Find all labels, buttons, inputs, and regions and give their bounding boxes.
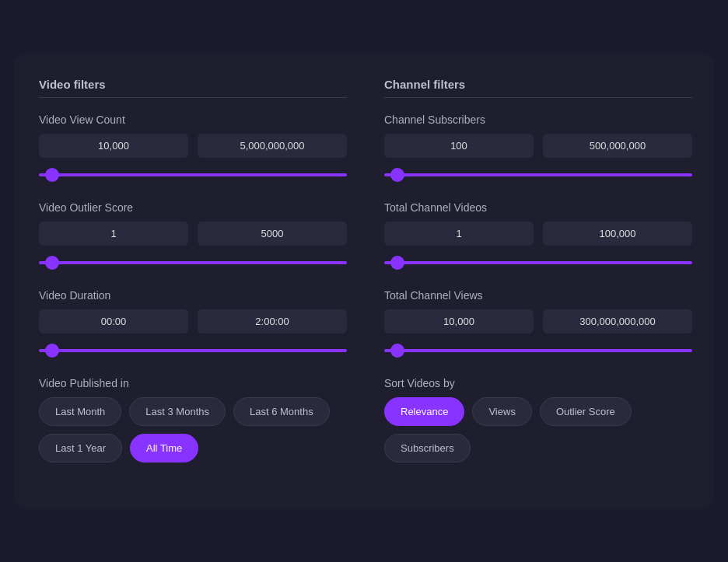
channel-filters-divider [384,97,692,98]
total-channel-videos-inputs [384,222,692,246]
sort-videos-by-label: Sort Videos by [384,377,692,389]
video-duration-slider[interactable] [39,349,347,352]
channel-subscribers-group: Channel Subscribers [384,113,692,180]
btn-last-3-months[interactable]: Last 3 Months [129,397,226,426]
filter-panel: Video filters Video View Count Video Out… [14,53,714,509]
video-outlier-score-group: Video Outlier Score [39,201,347,267]
video-view-count-max[interactable] [198,134,347,158]
video-duration-label: Video Duration [39,289,347,302]
total-channel-videos-slider[interactable] [384,261,692,264]
channel-subscribers-label: Channel Subscribers [384,113,692,126]
btn-outlier-score[interactable]: Outlier Score [540,397,632,426]
btn-last-month[interactable]: Last Month [39,397,121,426]
btn-views[interactable]: Views [472,397,531,426]
video-duration-min[interactable] [39,309,188,333]
video-published-in-group: Video Published in Last Month Last 3 Mon… [39,377,347,463]
total-channel-views-max[interactable] [543,309,692,333]
btn-all-time[interactable]: All Time [130,434,198,463]
sort-by-buttons: Relevance Views Outlier Score Subscriber… [384,397,692,463]
video-view-count-min[interactable] [39,134,188,158]
channel-filters-column: Channel filters Channel Subscribers Tota… [384,78,692,484]
video-view-count-group: Video View Count [39,113,347,180]
btn-last-6-months[interactable]: Last 6 Months [233,397,330,426]
video-published-in-label: Video Published in [39,377,347,389]
video-filters-divider [39,97,347,98]
total-channel-views-min[interactable] [384,309,534,333]
sort-videos-by-group: Sort Videos by Relevance Views Outlier S… [384,377,692,463]
video-outlier-score-max[interactable] [198,222,347,246]
video-filters-column: Video filters Video View Count Video Out… [39,78,347,484]
channel-filters-title: Channel filters [384,78,692,91]
video-duration-max[interactable] [198,309,347,333]
video-view-count-slider[interactable] [39,173,347,176]
video-outlier-score-min[interactable] [39,222,188,246]
total-channel-videos-max[interactable] [543,222,692,246]
total-channel-views-group: Total Channel Views [384,289,692,355]
video-filters-title: Video filters [39,78,347,91]
channel-subscribers-max[interactable] [543,134,692,158]
video-outlier-score-label: Video Outlier Score [39,201,347,214]
total-channel-videos-min[interactable] [384,222,534,246]
video-duration-group: Video Duration [39,289,347,355]
channel-subscribers-inputs [384,134,692,158]
video-outlier-score-inputs [39,222,347,246]
total-channel-videos-label: Total Channel Videos [384,201,692,214]
video-duration-inputs [39,309,347,333]
btn-subscribers[interactable]: Subscribers [384,434,471,463]
channel-subscribers-min[interactable] [384,134,534,158]
btn-last-1-year[interactable]: Last 1 Year [39,434,122,463]
total-channel-videos-group: Total Channel Videos [384,201,692,267]
btn-relevance[interactable]: Relevance [384,397,464,426]
video-outlier-score-slider[interactable] [39,261,347,264]
total-channel-views-inputs [384,309,692,333]
published-in-buttons: Last Month Last 3 Months Last 6 Months L… [39,397,347,463]
video-view-count-inputs [39,134,347,158]
video-view-count-label: Video View Count [39,113,347,126]
channel-subscribers-slider[interactable] [384,173,692,176]
total-channel-views-slider[interactable] [384,349,692,352]
total-channel-views-label: Total Channel Views [384,289,692,302]
